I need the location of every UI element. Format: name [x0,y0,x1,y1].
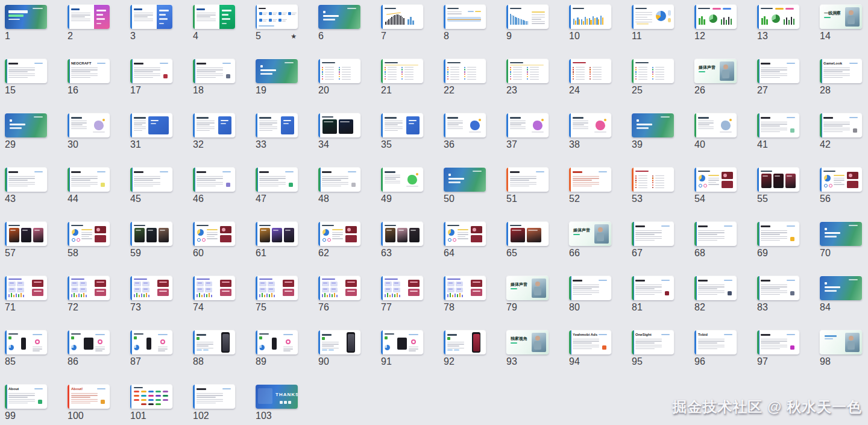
slide-thumbnail[interactable] [256,276,298,300]
slide-thumbnail[interactable] [193,330,235,354]
slide-thumbnail[interactable] [193,385,235,409]
slide-thumbnail[interactable] [256,113,298,137]
slide-thumbnail[interactable] [5,330,47,354]
slide-thumbnail[interactable] [318,168,360,192]
slide-thumbnail[interactable] [68,168,110,192]
slide-thumbnail[interactable]: OneSight [632,330,674,354]
slide-thumbnail[interactable] [694,222,737,246]
slide-thumbnail[interactable] [318,330,360,354]
slide-thumbnail[interactable] [318,59,360,83]
slide-thumbnail[interactable]: Yeahmobi Ads [569,330,611,354]
slide-thumbnail[interactable] [506,113,549,137]
slide-thumbnail[interactable] [444,276,486,300]
slide-thumbnail[interactable] [130,168,172,192]
slide-thumbnail[interactable] [444,59,486,83]
slide-thumbnail[interactable] [757,168,799,192]
slide-thumbnail[interactable] [68,276,110,300]
slide-thumbnail[interactable] [694,168,737,192]
slide-thumbnail[interactable] [444,330,486,354]
slide-thumbnail[interactable] [130,5,172,29]
slide-thumbnail[interactable] [506,168,549,192]
slide-thumbnail[interactable] [506,59,549,83]
slide-thumbnail[interactable] [757,113,799,137]
slide-thumbnail[interactable] [820,276,862,300]
slide-thumbnail[interactable] [318,5,360,29]
slide-thumbnail[interactable] [193,276,235,300]
slide-thumbnail[interactable] [130,222,172,246]
slide-thumbnail[interactable] [5,113,47,137]
slide-thumbnail[interactable] [256,59,298,83]
slide-thumbnail[interactable]: About [5,385,47,409]
slide-thumbnail[interactable] [5,276,47,300]
slide-thumbnail[interactable] [444,168,486,192]
slide-thumbnail[interactable] [381,330,423,354]
slide-thumbnail[interactable] [193,113,235,137]
slide-thumbnail[interactable] [130,59,172,83]
slide-thumbnail[interactable]: 媒体声音 [569,222,611,246]
slide-thumbnail[interactable] [444,5,486,29]
slide-thumbnail[interactable] [506,222,549,246]
slide-thumbnail[interactable] [256,168,298,192]
slide-thumbnail[interactable]: THANKS [256,385,298,409]
slide-thumbnail[interactable] [381,5,423,29]
slide-thumbnail[interactable]: 媒体声音 [506,276,549,300]
slide-thumbnail[interactable] [632,5,674,29]
slide-thumbnail[interactable] [256,5,298,29]
slide-thumbnail[interactable] [569,113,611,137]
slide-thumbnail[interactable]: 媒体声音 [694,59,737,83]
slide-thumbnail[interactable] [193,59,235,83]
slide-thumbnail[interactable] [632,59,674,83]
slide-thumbnail[interactable] [318,222,360,246]
slide-thumbnail[interactable] [318,113,360,137]
slide-thumbnail[interactable] [68,330,110,354]
slide-thumbnail[interactable] [632,113,674,137]
slide-thumbnail[interactable] [381,168,423,192]
slide-thumbnail[interactable] [820,168,862,192]
slide-thumbnail[interactable] [381,222,423,246]
slide-thumbnail[interactable] [757,330,799,354]
slide-thumbnail[interactable] [632,276,674,300]
slide-thumbnail[interactable] [68,113,110,137]
slide-thumbnail[interactable]: GameLook [820,59,862,83]
slide-thumbnail[interactable]: 一线洞察 [820,5,862,29]
slide-thumbnail[interactable] [130,276,172,300]
slide-thumbnail[interactable] [569,276,611,300]
slide-thumbnail[interactable] [506,5,549,29]
slide-thumbnail[interactable] [694,113,737,137]
slide-thumbnail[interactable] [130,330,172,354]
slide-thumbnail[interactable] [381,59,423,83]
slide-thumbnail[interactable] [193,5,235,29]
slide-thumbnail[interactable] [68,5,110,29]
slide-thumbnail[interactable] [757,222,799,246]
slide-thumbnail[interactable] [757,5,799,29]
slide-thumbnail[interactable] [256,330,298,354]
slide-thumbnail[interactable] [632,222,674,246]
slide-thumbnail[interactable] [757,59,799,83]
slide-thumbnail[interactable]: NEOCRAFT [68,59,110,83]
slide-thumbnail[interactable] [193,168,235,192]
slide-thumbnail[interactable] [5,168,47,192]
slide-thumbnail[interactable]: Tobid [694,330,737,354]
slide-thumbnail[interactable]: 独家视角 [506,330,549,354]
slide-thumbnail[interactable] [444,222,486,246]
slide-thumbnail[interactable] [5,5,47,29]
slide-thumbnail[interactable] [381,113,423,137]
slide-thumbnail[interactable] [820,222,862,246]
slide-thumbnail[interactable] [820,330,862,354]
slide-thumbnail[interactable]: About! [68,385,110,409]
slide-thumbnail[interactable] [694,5,737,29]
slide-thumbnail[interactable] [694,276,737,300]
slide-thumbnail[interactable] [5,59,47,83]
slide-thumbnail[interactable] [757,276,799,300]
slide-thumbnail[interactable] [130,113,172,137]
slide-thumbnail[interactable] [130,385,172,409]
slide-thumbnail[interactable] [318,276,360,300]
slide-thumbnail[interactable] [569,168,611,192]
slide-thumbnail[interactable] [256,222,298,246]
slide-thumbnail[interactable] [381,276,423,300]
slide-thumbnail[interactable] [820,113,862,137]
slide-thumbnail[interactable] [193,222,235,246]
slide-thumbnail[interactable] [444,113,486,137]
slide-thumbnail[interactable] [5,222,47,246]
slide-thumbnail[interactable] [569,5,611,29]
